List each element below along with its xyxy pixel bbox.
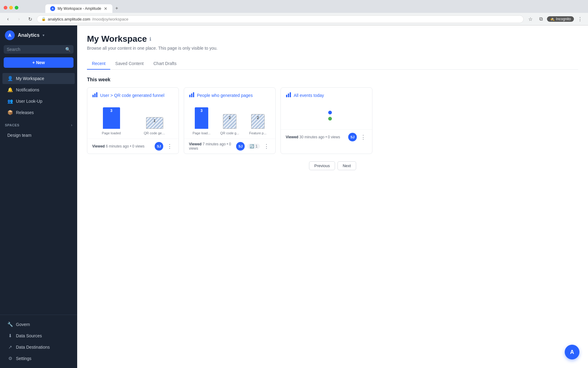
main-content: My Workspace ℹ Browse all your content i… [77,25,588,368]
card-3-avatar: SJ [348,133,357,141]
sidebar: A Analytics ▾ 🔍 + New 👤 My Workspace 🔔 N… [0,25,77,368]
card-2-title[interactable]: People who generated pages [197,93,253,98]
content-area: This week User > QR code generated funne… [77,70,588,178]
browser-menu-button[interactable]: ⋮ [576,15,584,23]
sidebar-item-my-workspace[interactable]: 👤 My Workspace [2,73,75,84]
spaces-chevron-icon: › [71,123,72,127]
svg-rect-1 [94,94,96,97]
card-2-bar-1: 3 Page load... [189,104,214,135]
incognito-label: Incognito [556,17,571,21]
bookmark-button[interactable]: ☆ [526,15,535,23]
card-1-more-button[interactable]: ⋮ [166,142,174,150]
card-3-header: All events today [281,88,372,102]
card-3-viewed-label: Viewed [286,135,298,139]
card-2-time: 7 minutes ago [202,142,225,146]
card-user-qr-funnel: User > QR code generated funnel 3 Page l… [87,87,179,154]
card-2-bar-3-label: Feature p... [249,131,266,135]
sidebar-nav: 👤 My Workspace 🔔 Notifications 👥 User Lo… [0,73,77,315]
card-1-chart: 3 Page loaded 1 QR code generat. [87,102,179,139]
bar-feature-p: 2 [251,114,265,129]
search-bar[interactable]: 🔍 [4,45,74,54]
page-title: My Workspace [87,34,147,44]
card-1-views: 0 views [132,144,145,148]
browser-tab-active[interactable]: A My Workspace - Amplitude ✕ [45,4,112,13]
cards-grid: User > QR code generated funnel 3 Page l… [87,87,578,154]
card-2-bar-2: 2 QR code g... [217,104,242,135]
sidebar-item-notifications[interactable]: 🔔 Notifications [2,84,75,95]
my-workspace-icon: 👤 [7,76,13,81]
tab-close-button[interactable]: ✕ [104,6,107,11]
card-3-more-button[interactable]: ⋮ [359,133,367,141]
dots-svg [291,103,362,128]
card-2-chart-icon [189,92,194,99]
previous-button[interactable]: Previous [309,161,335,170]
sidebar-item-label-govern: Govern [16,322,30,327]
bar-page-load: 3 [195,107,208,129]
sidebar-header[interactable]: A Analytics ▾ [0,25,77,45]
extensions-button[interactable]: ⧉ [537,15,545,23]
card-2-more-button[interactable]: ⋮ [262,142,270,150]
next-button[interactable]: Next [337,161,356,170]
tab-saved-content[interactable]: Saved Content [110,58,149,70]
sidebar-item-data-sources[interactable]: ⬇ Data Sources [2,330,75,341]
search-input[interactable] [7,47,63,52]
card-3-meta: Viewed 30 minutes ago • 0 views [286,135,340,139]
card-3-title[interactable]: All events today [294,93,324,98]
lock-icon: 🔒 [41,17,46,21]
sidebar-item-data-destinations[interactable]: ↗ Data Destinations [2,342,75,353]
new-button[interactable]: + New [4,57,74,68]
card-1-title[interactable]: User > QR code generated funnel [100,93,164,98]
card-all-events-today: All events today Viewed 30 minutes ago •… [281,87,372,154]
pagination: Previous Next [87,161,578,170]
fab-icon: A [570,349,574,355]
tab-title: My Workspace - Amplitude [58,6,101,11]
data-sources-icon: ⬇ [7,333,13,339]
tab-chart-drafts[interactable]: Chart Drafts [149,58,181,70]
sidebar-item-label-releases: Releases [16,110,34,115]
back-button[interactable]: ‹ [4,15,12,23]
card-1-header: User > QR code generated funnel [87,88,179,102]
tab-recent[interactable]: Recent [87,58,110,70]
sidebar-item-govern[interactable]: 🔧 Govern [2,319,75,330]
sidebar-item-label-settings: Settings [16,356,32,361]
card-1-avatar: SJ [155,142,163,151]
card-1-bar-1: 3 Page loaded [92,104,130,135]
card-3-views: 0 views [328,135,340,139]
search-icon[interactable]: 🔍 [65,47,70,52]
svg-rect-4 [191,94,192,97]
amplitude-fab[interactable]: A [565,345,579,359]
forward-button[interactable]: › [15,15,23,23]
close-traffic-light[interactable] [4,6,7,10]
card-1-meta: Viewed 6 minutes ago • 0 views [92,144,145,148]
refresh-button[interactable]: ↻ [26,15,34,23]
maximize-traffic-light[interactable] [15,6,18,10]
minimize-traffic-light[interactable] [9,6,13,10]
new-tab-button[interactable]: + [112,4,121,13]
sidebar-item-label-user-lookup: User Look-Up [16,99,42,104]
card-3-actions: SJ ⋮ [348,133,367,141]
sync-count: 1 [255,144,258,148]
info-icon[interactable]: ℹ [149,36,151,42]
sidebar-item-releases[interactable]: 📦 Releases [2,107,75,118]
address-bar[interactable]: 🔒 analytics.amplitude.com /moodjoy/works… [37,15,524,23]
amplitude-logo: A [5,30,15,40]
sidebar-item-design-team[interactable]: Design team [2,130,75,140]
sidebar-item-settings[interactable]: ⚙ Settings [2,353,75,364]
bar-qr-code: 1 [146,117,163,129]
card-1-viewed-label: Viewed [92,144,105,148]
svg-rect-5 [193,92,194,97]
card-2-bar-1-label: Page load... [193,131,211,135]
svg-point-10 [328,117,332,121]
notifications-icon: 🔔 [7,87,13,93]
card-3-chart [286,102,367,129]
toolbar-actions: ☆ ⧉ 🕵 Incognito ⋮ [526,15,584,23]
settings-icon: ⚙ [7,356,13,361]
card-2-footer: Viewed 7 minutes ago • 0 views SJ 🔄 1 ⋮ [184,139,275,154]
bar-page-loaded: 3 [103,107,120,129]
traffic-lights [4,6,18,10]
page-header: My Workspace ℹ Browse all your content i… [77,25,588,51]
browser-toolbar: ‹ › ↻ 🔒 analytics.amplitude.com /moodjoy… [0,13,588,25]
bar-qr-code-g: 2 [223,114,236,129]
sidebar-item-user-lookup[interactable]: 👥 User Look-Up [2,96,75,107]
spaces-section-header[interactable]: SPACES › [0,121,77,130]
